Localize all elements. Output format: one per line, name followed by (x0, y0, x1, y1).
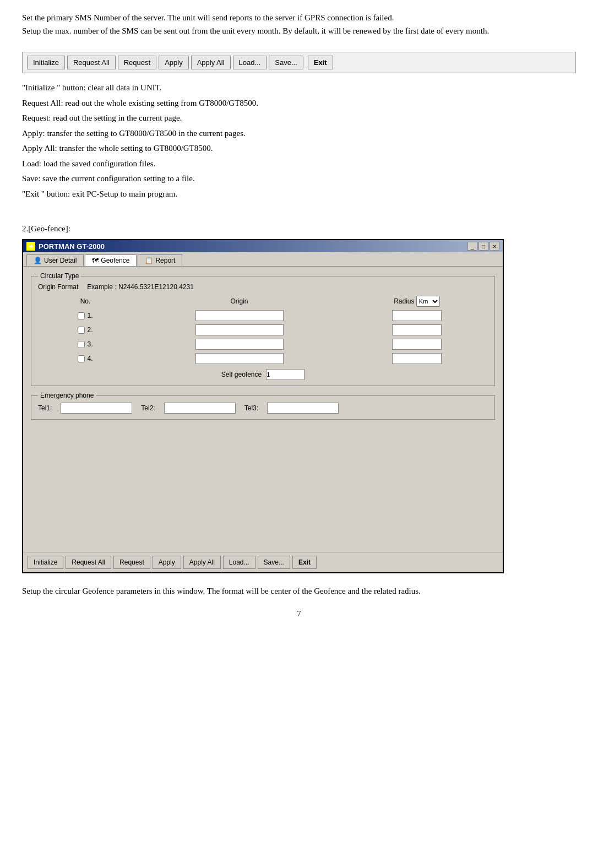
geo-row-1-no: 1. (38, 308, 133, 323)
tab-user-detail[interactable]: 👤 User Detail (26, 254, 84, 266)
geo-row-4-num: 4. (87, 355, 93, 362)
minimize-button[interactable]: _ (467, 242, 477, 251)
bottom-apply-button[interactable]: Apply (153, 556, 181, 569)
app-empty-area (31, 425, 495, 546)
top-apply-all-button[interactable]: Apply All (191, 56, 231, 69)
top-line2: Setup the max. number of the SMS can be … (22, 24, 576, 37)
top-text-block: Set the primary SMS Number of the server… (22, 11, 576, 37)
top-request-all-button[interactable]: Request All (67, 56, 116, 69)
geo-checkbox-3[interactable] (78, 341, 85, 348)
page-number: 7 (22, 610, 576, 619)
origin-format-row: Origin Format Example : N2446.5321E12120… (38, 283, 488, 291)
geo-row-1-origin-cell (133, 308, 346, 323)
geo-origin-input-1[interactable] (195, 310, 284, 321)
top-line1: Set the primary SMS Number of the server… (22, 11, 576, 24)
tab-report-label: Report (155, 257, 175, 264)
report-icon: 📋 (145, 257, 153, 264)
tel1-label: Tel1: (38, 404, 52, 412)
tel2-input[interactable] (164, 403, 236, 414)
tel1-input[interactable] (61, 403, 132, 414)
geo-row-4-no: 4. (38, 351, 133, 366)
tab-bar: 👤 User Detail 🗺 Geofence 📋 Report (23, 252, 503, 267)
bottom-request-button[interactable]: Request (113, 556, 150, 569)
maximize-button[interactable]: □ (479, 242, 488, 251)
titlebar-left: ★ PORTMAN GT-2000 (26, 242, 105, 251)
top-initialize-button[interactable]: Initialize (27, 56, 65, 69)
desc-3: Apply: transfer the setting to GT8000/GT… (22, 127, 576, 141)
bottom-apply-all-button[interactable]: Apply All (183, 556, 221, 569)
geo-checkbox-4[interactable] (78, 355, 85, 362)
emergency-phones-row: Tel1: Tel2: Tel3: (38, 403, 488, 414)
tab-geofence-label: Geofence (101, 257, 129, 264)
geo-row-3-num: 3. (87, 340, 93, 348)
col-header-no: No. (38, 294, 133, 308)
geo-origin-input-4[interactable] (195, 353, 284, 364)
bottom-exit-button[interactable]: Exit (292, 556, 317, 569)
geo-row-2-no: 2. (38, 323, 133, 337)
top-request-button[interactable]: Request (118, 56, 156, 69)
geo-row-2-radius-cell (346, 323, 488, 337)
geo-checkbox-1[interactable] (78, 312, 85, 319)
circular-type-legend: Circular Type (38, 272, 81, 280)
top-apply-button[interactable]: Apply (159, 56, 189, 69)
tab-geofence[interactable]: 🗺 Geofence (85, 254, 137, 266)
geo-checkbox-2[interactable] (78, 327, 85, 334)
top-load-button[interactable]: Load... (233, 56, 267, 69)
tel3-input[interactable] (267, 403, 339, 414)
geo-row-1-num: 1. (87, 312, 93, 319)
geofence-table: No. Origin Radius Km Mile (38, 294, 488, 366)
desc-6: Save: save the current configuration set… (22, 172, 576, 186)
origin-example: Example : N2446.5321E12120.4231 (87, 283, 193, 291)
geo-row-4: 4. (38, 351, 488, 366)
geo-row-4-radius-cell (346, 351, 488, 366)
close-button[interactable]: ✕ (490, 242, 499, 251)
geo-origin-input-3[interactable] (195, 339, 284, 350)
app-title: PORTMAN GT-2000 (39, 242, 105, 251)
bottom-initialize-button[interactable]: Initialize (28, 556, 63, 569)
app-icon: ★ (26, 242, 35, 251)
app-titlebar: ★ PORTMAN GT-2000 _ □ ✕ (23, 240, 503, 252)
geofence-icon: 🗺 (92, 257, 99, 264)
bottom-request-all-button[interactable]: Request All (66, 556, 111, 569)
radius-unit-select[interactable]: Km Mile (416, 296, 440, 307)
origin-format-label: Origin Format (38, 283, 78, 291)
geo-radius-input-2[interactable] (392, 324, 442, 335)
bottom-save-button[interactable]: Save... (258, 556, 290, 569)
geo-radius-input-3[interactable] (392, 339, 442, 350)
desc-0: "Initialize " button: clear all data in … (22, 81, 576, 95)
geo-row-1: 1. (38, 308, 488, 323)
col-header-radius: Radius Km Mile (346, 294, 488, 308)
tab-user-detail-label: User Detail (44, 257, 77, 264)
section-heading: 2.[Geo-fence]: (22, 224, 576, 234)
desc-5: Load: load the saved configuration files… (22, 157, 576, 171)
geo-row-3-origin-cell (133, 337, 346, 351)
geo-row-2-origin-cell (133, 323, 346, 337)
descriptions-block: "Initialize " button: clear all data in … (22, 81, 576, 201)
geo-row-3-radius-cell (346, 337, 488, 351)
desc-2: Request: read out the setting in the cur… (22, 111, 576, 126)
desc-7: "Exit " button: exit PC-Setup to main pr… (22, 187, 576, 202)
self-geofence-label: Self geofence (221, 371, 262, 378)
geo-row-3-no: 3. (38, 337, 133, 351)
geo-radius-input-1[interactable] (392, 310, 442, 321)
desc-1: Request All: read out the whole existing… (22, 96, 576, 111)
self-geofence-row: Self geofence (38, 369, 488, 380)
col-header-origin: Origin (133, 294, 346, 308)
top-exit-button[interactable]: Exit (308, 56, 333, 69)
titlebar-controls: _ □ ✕ (467, 242, 499, 251)
user-detail-icon: 👤 (34, 257, 42, 264)
tab-report[interactable]: 📋 Report (138, 254, 182, 266)
geo-row-3: 3. (38, 337, 488, 351)
bottom-load-button[interactable]: Load... (223, 556, 255, 569)
geo-origin-input-2[interactable] (195, 324, 284, 335)
desc-4: Apply All: transfer the whole setting to… (22, 142, 576, 156)
geo-radius-input-4[interactable] (392, 353, 442, 364)
app-window: ★ PORTMAN GT-2000 _ □ ✕ 👤 User Detail 🗺 … (22, 239, 504, 573)
geo-row-2: 2. (38, 323, 488, 337)
self-geofence-input[interactable] (266, 369, 305, 380)
app-content: Circular Type Origin Format Example : N2… (23, 267, 503, 552)
tel3-label: Tel3: (244, 404, 258, 412)
geo-row-4-origin-cell (133, 351, 346, 366)
app-bottom-toolbar: Initialize Request All Request Apply App… (23, 552, 503, 572)
top-save-button[interactable]: Save... (269, 56, 303, 69)
